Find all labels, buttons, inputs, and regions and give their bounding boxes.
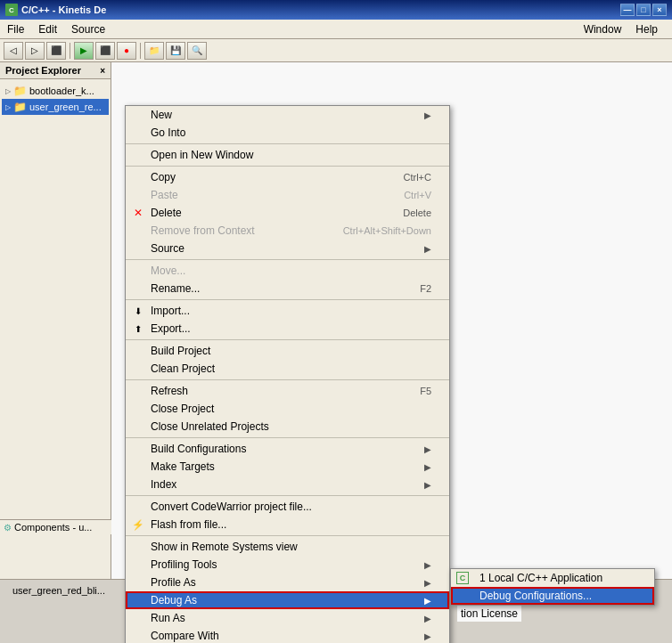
ctx-source-label: Source — [151, 242, 184, 255]
submenu-debug-configs-label: Debug Configurations... — [479, 590, 592, 602]
ctx-new-arrow: ▶ — [424, 110, 431, 120]
sidebar-close-icon[interactable]: × — [100, 66, 105, 76]
debug-config-text: tion License — [461, 607, 518, 620]
ctx-delete-label: Delete — [151, 207, 182, 219]
toolbar-btn-1[interactable]: ◁ — [4, 42, 23, 60]
ctx-import[interactable]: ⬇ Import... — [126, 302, 449, 320]
toolbar-btn-9[interactable]: 🔍 — [187, 42, 207, 60]
ctx-source-arrow: ▶ — [424, 244, 431, 254]
title-bar: C C/C++ - Kinetis De — □ × — [0, 0, 672, 20]
ctx-build-project[interactable]: Build Project — [126, 342, 449, 360]
ctx-sep-7 — [126, 437, 449, 438]
ctx-move-label: Move... — [151, 265, 185, 277]
submenu-local-cpp[interactable]: C 1 Local C/C++ Application — [451, 569, 654, 587]
menu-bar-right: Window Help — [577, 20, 665, 38]
app-icon: C — [5, 4, 18, 16]
sidebar-item-user-green[interactable]: ▷ 📁 user_green_re... — [2, 99, 109, 115]
sidebar-item-components[interactable]: ⚙ Components - u... — [0, 520, 111, 534]
ctx-close-unrelated[interactable]: Close Unrelated Projects — [126, 418, 449, 435]
delete-icon: ✕ — [131, 206, 145, 220]
ctx-new-label: New — [151, 109, 172, 121]
ctx-close-project[interactable]: Close Project — [126, 400, 449, 418]
ctx-move[interactable]: Move... — [126, 262, 449, 280]
menu-edit[interactable]: Edit — [31, 20, 64, 38]
ctx-go-into[interactable]: Go Into — [126, 124, 449, 142]
sidebar-title: Project Explorer — [5, 65, 81, 76]
ctx-index-label: Index — [151, 478, 176, 491]
submenu-debug-configs[interactable]: Debug Configurations... — [451, 587, 654, 605]
sidebar: Project Explorer × ▷ 📁 bootloader_k... ▷… — [0, 62, 111, 579]
toolbar-btn-3[interactable]: ⬛ — [46, 42, 66, 60]
debug-config-bottom-label: tion License — [457, 606, 521, 622]
ctx-import-label: Import... — [151, 305, 190, 317]
ctx-copy-shortcut: Ctrl+C — [404, 172, 431, 183]
ctx-sep-1 — [126, 143, 449, 144]
ctx-new[interactable]: New ▶ — [126, 106, 449, 124]
ctx-rename[interactable]: Rename... F2 — [126, 280, 449, 297]
toolbar-sep-1 — [70, 43, 70, 59]
tree-arrow-1: ▷ — [5, 87, 11, 95]
ctx-debug-as[interactable]: Debug As ▶ — [126, 591, 449, 609]
sidebar-item-bootloader-label: bootloader_k... — [29, 85, 94, 96]
ctx-copy-label: Copy — [151, 171, 176, 183]
toolbar-btn-6[interactable]: ● — [117, 42, 136, 60]
sidebar-item-bootloader[interactable]: ▷ 📁 bootloader_k... — [2, 83, 109, 99]
ctx-make-targets[interactable]: Make Targets ▶ — [126, 458, 449, 476]
ctx-copy[interactable]: Copy Ctrl+C — [126, 168, 449, 186]
ctx-show-remote-label: Show in Remote Systems view — [151, 541, 298, 553]
toolbar-sep-2 — [140, 43, 141, 59]
ctx-debug-as-arrow: ▶ — [424, 596, 431, 606]
ctx-go-into-label: Go Into — [151, 126, 185, 139]
toolbar-btn-2[interactable]: ▷ — [25, 42, 45, 60]
ctx-open-new-window-label: Open in New Window — [151, 149, 253, 161]
ctx-build-configs[interactable]: Build Configurations ▶ — [126, 440, 449, 458]
ctx-flash-from-file[interactable]: ⚡ Flash from file... — [126, 516, 449, 533]
menu-file[interactable]: File — [0, 20, 31, 38]
ctx-paste[interactable]: Paste Ctrl+V — [126, 186, 449, 204]
ctx-sep-9 — [126, 535, 449, 536]
ctx-delete-shortcut: Delete — [403, 208, 431, 218]
ctx-open-new-window[interactable]: Open in New Window — [126, 146, 449, 164]
ctx-make-targets-label: Make Targets — [151, 460, 215, 473]
ctx-clean-project[interactable]: Clean Project — [126, 360, 449, 378]
sidebar-bottom: ⚙ Components - u... — [0, 519, 111, 534]
toolbar-btn-7[interactable]: 📁 — [144, 42, 164, 60]
maximize-button[interactable]: □ — [636, 4, 651, 16]
ctx-profile-as[interactable]: Profile As ▶ — [126, 574, 449, 591]
close-button[interactable]: × — [652, 4, 667, 16]
minimize-button[interactable]: — — [620, 4, 635, 16]
ctx-build-project-label: Build Project — [151, 345, 210, 357]
ctx-source[interactable]: Source ▶ — [126, 240, 449, 257]
menu-help[interactable]: Help — [628, 20, 665, 38]
main-layout: Project Explorer × ▷ 📁 bootloader_k... ▷… — [0, 62, 672, 579]
toolbar-btn-8[interactable]: 💾 — [166, 42, 185, 60]
ctx-run-as[interactable]: Run As ▶ — [126, 609, 449, 627]
menu-window[interactable]: Window — [577, 20, 629, 38]
sidebar-item-user-green-label: user_green_re... — [29, 102, 102, 112]
ctx-profiling-tools[interactable]: Profiling Tools ▶ — [126, 556, 449, 574]
ctx-clean-project-label: Clean Project — [151, 362, 215, 375]
ctx-convert-codewarrior[interactable]: Convert CodeWarrior project file... — [126, 498, 449, 516]
folder-icon-1: 📁 — [13, 85, 27, 97]
ctx-close-project-label: Close Project — [151, 403, 214, 415]
export-icon: ⬆ — [131, 322, 145, 336]
menu-bar-left: File Edit Source — [0, 20, 112, 38]
debug-as-submenu: C 1 Local C/C++ Application Debug Config… — [450, 568, 655, 606]
ctx-delete[interactable]: ✕ Delete Delete — [126, 204, 449, 222]
ctx-show-remote[interactable]: Show in Remote Systems view — [126, 538, 449, 556]
ctx-remove-context[interactable]: Remove from Context Ctrl+Alt+Shift+Down — [126, 222, 449, 240]
submenu-local-cpp-label: 1 Local C/C++ Application — [479, 572, 602, 584]
ctx-compare-with[interactable]: Compare With ▶ — [126, 627, 449, 643]
menu-source[interactable]: Source — [64, 20, 112, 38]
import-icon: ⬇ — [131, 304, 145, 318]
ctx-refresh[interactable]: Refresh F5 — [126, 382, 449, 400]
title-text: C/C++ - Kinetis De — [21, 4, 106, 15]
ctx-remove-context-label: Remove from Context — [151, 224, 255, 237]
toolbar-btn-5[interactable]: ⬛ — [95, 42, 115, 60]
sidebar-header: Project Explorer × — [0, 62, 111, 79]
ctx-index-arrow: ▶ — [424, 480, 431, 490]
ctx-index[interactable]: Index ▶ — [126, 476, 449, 493]
ctx-export[interactable]: ⬆ Export... — [126, 320, 449, 338]
toolbar-btn-4[interactable]: ▶ — [74, 42, 94, 60]
ctx-build-configs-arrow: ▶ — [424, 444, 431, 454]
